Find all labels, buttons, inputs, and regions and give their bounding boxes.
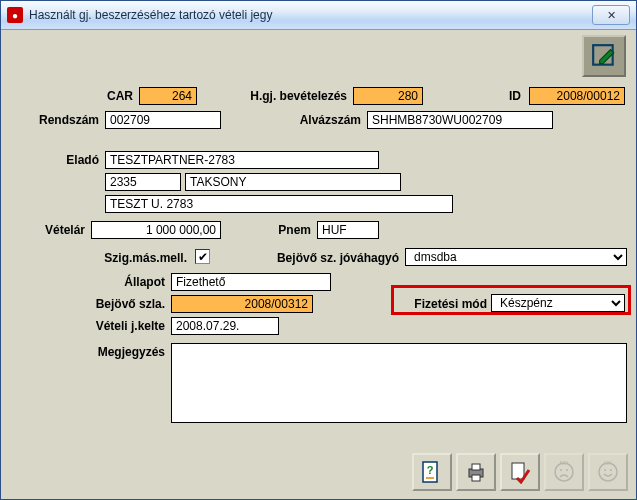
label-jovahagyo: Bejövő sz. jóváhagyó xyxy=(239,251,399,265)
field-rendszam[interactable] xyxy=(105,111,221,129)
label-elado: Eladó xyxy=(5,153,99,167)
svg-rect-6 xyxy=(472,475,480,481)
titlebar: ● Használt gj. beszerzéséhez tartozó vét… xyxy=(1,1,636,30)
edit-button[interactable] xyxy=(582,35,626,77)
label-veteli-kelte: Vételi j.kelte xyxy=(65,319,165,333)
print-button[interactable] xyxy=(456,453,496,491)
label-fiz-mod: Fizetési mód xyxy=(395,297,487,311)
label-allapot: Állapot xyxy=(95,275,165,289)
field-allapot xyxy=(171,273,331,291)
svg-point-10 xyxy=(566,469,568,471)
ok-button: OK xyxy=(588,453,628,491)
label-alvazszam: Alvázszám xyxy=(283,113,361,127)
dialog-window: ● Használt gj. beszerzéséhez tartozó vét… xyxy=(0,0,637,500)
field-veteli-kelte[interactable] xyxy=(171,317,279,335)
label-bevetelezes: H.gj. bevételezés xyxy=(235,89,347,103)
help-document-icon: ? xyxy=(420,460,444,484)
label-vetelar: Vételár xyxy=(5,223,85,237)
field-elado-irsz[interactable] xyxy=(105,173,181,191)
field-car: 264 xyxy=(139,87,197,105)
label-szig: Szig.más.mell. xyxy=(77,251,187,265)
content-area: CAR 264 H.gj. bevételezés 280 ID 2008/00… xyxy=(5,31,632,495)
label-id: ID xyxy=(477,89,521,103)
select-fiz-mod[interactable]: Készpénz xyxy=(491,294,625,312)
field-alvazszam[interactable] xyxy=(367,111,553,129)
printer-icon xyxy=(464,460,488,484)
label-megjegyzes: Megjegyzés xyxy=(55,345,165,359)
bottom-toolbar: ? xyxy=(412,453,628,491)
label-car: CAR xyxy=(5,89,133,103)
svg-text:OK: OK xyxy=(604,460,613,466)
window-title: Használt gj. beszerzéséhez tartozó vétel… xyxy=(29,8,272,22)
svg-point-9 xyxy=(560,469,562,471)
close-button[interactable]: ✕ xyxy=(592,5,630,25)
field-vetelar[interactable] xyxy=(91,221,221,239)
check-icon: ✔ xyxy=(198,250,208,264)
svg-rect-3 xyxy=(426,477,434,479)
check-document-icon xyxy=(508,460,532,484)
svg-rect-5 xyxy=(472,464,480,470)
label-bejovo-szla: Bejövő szla. xyxy=(65,297,165,311)
field-elado-varos[interactable] xyxy=(185,173,401,191)
svg-rect-7 xyxy=(512,463,524,479)
checkbox-szig[interactable]: ✔ xyxy=(195,249,210,264)
close-icon: ✕ xyxy=(607,9,616,22)
field-bejovo-szla: 2008/00312 xyxy=(171,295,313,313)
field-bevetelezes: 280 xyxy=(353,87,423,105)
textarea-megjegyzes[interactable] xyxy=(171,343,627,423)
help-button[interactable]: ? xyxy=(412,453,452,491)
sad-face-icon: NO xyxy=(552,460,576,484)
field-elado-utca[interactable] xyxy=(105,195,453,213)
field-id: 2008/00012 xyxy=(529,87,625,105)
svg-point-13 xyxy=(604,469,606,471)
edit-icon xyxy=(591,43,617,69)
svg-text:NO: NO xyxy=(560,460,569,466)
no-button: NO xyxy=(544,453,584,491)
select-jovahagyo[interactable]: dmsdba xyxy=(405,248,627,266)
title-left: ● Használt gj. beszerzéséhez tartozó vét… xyxy=(1,7,272,23)
field-elado-nev[interactable] xyxy=(105,151,379,169)
label-pnem: Pnem xyxy=(261,223,311,237)
app-icon: ● xyxy=(7,7,23,23)
svg-point-14 xyxy=(610,469,612,471)
field-pnem[interactable] xyxy=(317,221,379,239)
svg-text:?: ? xyxy=(427,464,434,476)
happy-face-icon: OK xyxy=(596,460,620,484)
verify-button[interactable] xyxy=(500,453,540,491)
label-rendszam: Rendszám xyxy=(5,113,99,127)
